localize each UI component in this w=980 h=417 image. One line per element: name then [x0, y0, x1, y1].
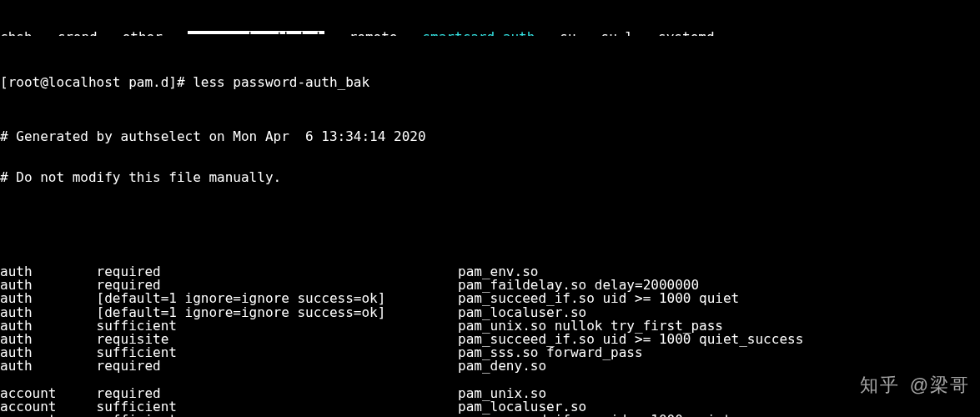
- file-comment: # Generated by authselect on Mon Apr 6 1…: [0, 130, 980, 143]
- ls-entry: systemd: [658, 31, 714, 34]
- shell-prompt: [root@localhost pam.d]#: [0, 74, 193, 90]
- ls-listing-row: chshcrondotherpassword-auth_bakremotesma…: [0, 31, 980, 36]
- pam-rule-line: account sufficient pam_succeed_if.so uid…: [0, 414, 980, 417]
- ls-entry: other: [123, 31, 163, 34]
- ls-entry: smartcard-auth: [422, 31, 535, 34]
- shell-command: less password-auth_bak: [193, 74, 369, 90]
- ls-entry: password-auth_bak: [188, 31, 324, 34]
- pam-rule-line: auth required pam_deny.so: [0, 359, 980, 373]
- blank-line: [0, 211, 980, 224]
- shell-prompt-line: [root@localhost pam.d]# less password-au…: [0, 76, 980, 89]
- file-comment: # Do not modify this file manually.: [0, 171, 980, 184]
- ls-entry: su-l: [601, 31, 634, 34]
- ls-entry: remote: [349, 31, 398, 34]
- ls-entry: crond: [58, 31, 98, 34]
- terminal-output[interactable]: chshcrondotherpassword-auth_bakremotesma…: [0, 0, 980, 417]
- ls-entry: su: [560, 31, 575, 34]
- ls-entry: chsh: [0, 31, 33, 34]
- pam-rule-block: auth required pam_env.soauth required pa…: [0, 265, 980, 417]
